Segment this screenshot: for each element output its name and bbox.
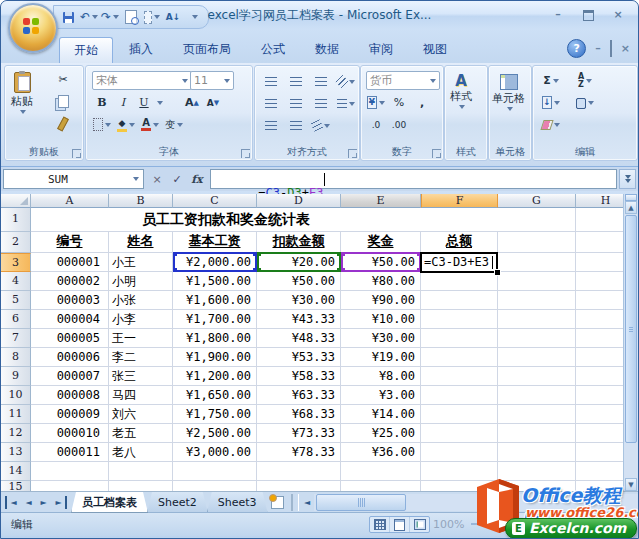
cell-C14[interactable] — [173, 462, 257, 481]
row-header-5[interactable]: 5 — [1, 291, 31, 310]
cell-D5[interactable]: ¥30.00 — [257, 291, 341, 310]
cell-G1[interactable] — [498, 208, 576, 232]
cell-D3[interactable]: ¥20.00 — [257, 253, 341, 272]
fill-color-button[interactable]: ◆ — [116, 115, 136, 134]
cell-F6[interactable] — [421, 310, 498, 329]
cell-A2[interactable]: 编号 — [31, 232, 109, 253]
next-sheet-button[interactable]: ► — [37, 496, 50, 509]
font-name-combo[interactable]: 宋体 — [92, 71, 192, 90]
cell-A13[interactable]: 000011 — [31, 443, 109, 462]
column-header-G[interactable]: G — [498, 194, 576, 208]
number-format-combo[interactable]: 货币 — [366, 71, 440, 90]
cell-H6[interactable] — [576, 310, 625, 329]
column-header-F[interactable]: F — [421, 194, 498, 208]
row-header-7[interactable]: 7 — [1, 329, 31, 348]
cell-G13[interactable] — [498, 443, 576, 462]
ribbon-tab[interactable]: 页面布局 — [169, 37, 245, 63]
cell-B9[interactable]: 张三 — [109, 367, 173, 386]
split-handle[interactable] — [625, 194, 637, 201]
cell-B7[interactable]: 王一 — [109, 329, 173, 348]
italic-button[interactable]: I — [113, 93, 133, 112]
cell-G10[interactable] — [498, 386, 576, 405]
cell-B10[interactable]: 马四 — [109, 386, 173, 405]
cell-H7[interactable] — [576, 329, 625, 348]
cell-B5[interactable]: 小张 — [109, 291, 173, 310]
cell-F5[interactable] — [421, 291, 498, 310]
prev-sheet-button[interactable]: ◄ — [22, 496, 35, 509]
cell-B15[interactable] — [109, 481, 173, 491]
cell-C5[interactable]: ¥1,600.00 — [173, 291, 257, 310]
cell-E11[interactable]: ¥14.00 — [341, 405, 421, 424]
column-header-H[interactable]: H — [576, 194, 625, 208]
cell-H8[interactable] — [576, 348, 625, 367]
cell-B6[interactable]: 小李 — [109, 310, 173, 329]
phonetic-button[interactable]: 变 — [164, 115, 184, 134]
cell-E2[interactable]: 奖金 — [341, 232, 421, 253]
cell-C10[interactable]: ¥1,650.00 — [173, 386, 257, 405]
cell-C11[interactable]: ¥1,750.00 — [173, 405, 257, 424]
row-header-15[interactable]: 15 — [1, 481, 31, 491]
vertical-scrollbar[interactable]: ▲ ▼ — [623, 194, 638, 491]
font-size-combo[interactable]: 11 — [190, 71, 234, 90]
cell-E3[interactable]: ¥50.00 — [341, 253, 421, 272]
workbook-minimize-button[interactable]: – — [595, 42, 601, 55]
sheet-tab[interactable]: 员工档案表 — [71, 492, 148, 513]
row-header-1[interactable]: 1 — [1, 208, 31, 232]
cell-E9[interactable]: ¥8.00 — [341, 367, 421, 386]
cell-E8[interactable]: ¥19.00 — [341, 348, 421, 367]
paste-special-button[interactable] — [144, 9, 160, 25]
cell-F8[interactable] — [421, 348, 498, 367]
wrap-text-button[interactable] — [311, 116, 331, 135]
column-header-C[interactable]: C — [173, 194, 257, 208]
customize-qat-button[interactable] — [186, 9, 202, 25]
row-header-12[interactable]: 12 — [1, 424, 31, 443]
cell-G6[interactable] — [498, 310, 576, 329]
cell-D12[interactable]: ¥73.33 — [257, 424, 341, 443]
fill-button[interactable]: ↓ — [541, 93, 561, 112]
cell-F10[interactable] — [421, 386, 498, 405]
cut-button[interactable]: ✂ — [53, 70, 73, 89]
cell-H5[interactable] — [576, 291, 625, 310]
cell-H2[interactable] — [576, 232, 625, 253]
row-header-10[interactable]: 10 — [1, 386, 31, 405]
comma-button[interactable]: , — [412, 93, 432, 112]
cell-C6[interactable]: ¥1,700.00 — [173, 310, 257, 329]
redo-button[interactable]: ↷ — [102, 9, 118, 25]
cell-G3[interactable] — [498, 253, 576, 272]
cell-E5[interactable]: ¥90.00 — [341, 291, 421, 310]
hscroll-left-button[interactable]: ◄ — [301, 496, 314, 509]
cell-A15[interactable] — [31, 481, 109, 491]
cell-B3[interactable]: 小王 — [109, 253, 173, 272]
page-break-view-button[interactable] — [410, 517, 429, 532]
insert-worksheet-button[interactable] — [267, 492, 289, 513]
merge-center-button[interactable] — [336, 94, 356, 113]
office-button[interactable] — [8, 3, 58, 53]
align-top-button[interactable] — [261, 72, 281, 91]
ribbon-tab[interactable]: 公式 — [247, 37, 299, 63]
cell-G5[interactable] — [498, 291, 576, 310]
align-center-button[interactable] — [286, 94, 306, 113]
autosum-button[interactable]: Σ — [541, 71, 561, 90]
cell-A10[interactable]: 000008 — [31, 386, 109, 405]
cell-H12[interactable] — [576, 424, 625, 443]
maximize-button[interactable] — [578, 8, 598, 22]
cell-F13[interactable] — [421, 443, 498, 462]
cell-E6[interactable]: ¥10.00 — [341, 310, 421, 329]
cell-A11[interactable]: 000009 — [31, 405, 109, 424]
cell-E12[interactable]: ¥25.00 — [341, 424, 421, 443]
vertical-scroll-thumb[interactable] — [625, 215, 637, 443]
cell-D8[interactable]: ¥53.33 — [257, 348, 341, 367]
cancel-formula-button[interactable]: × — [148, 171, 166, 187]
cell-H4[interactable] — [576, 272, 625, 291]
cell-G7[interactable] — [498, 329, 576, 348]
cell-H1[interactable] — [576, 208, 625, 232]
cell-F2[interactable]: 总额 — [421, 232, 498, 253]
close-button[interactable]: × — [608, 8, 628, 22]
last-sheet-button[interactable]: ► — [52, 496, 67, 509]
cell-B2[interactable]: 姓名 — [109, 232, 173, 253]
cell-B11[interactable]: 刘六 — [109, 405, 173, 424]
cell-G4[interactable] — [498, 272, 576, 291]
cell-E10[interactable]: ¥3.00 — [341, 386, 421, 405]
font-dialog-launcher[interactable] — [241, 149, 250, 158]
cell-C8[interactable]: ¥1,900.00 — [173, 348, 257, 367]
